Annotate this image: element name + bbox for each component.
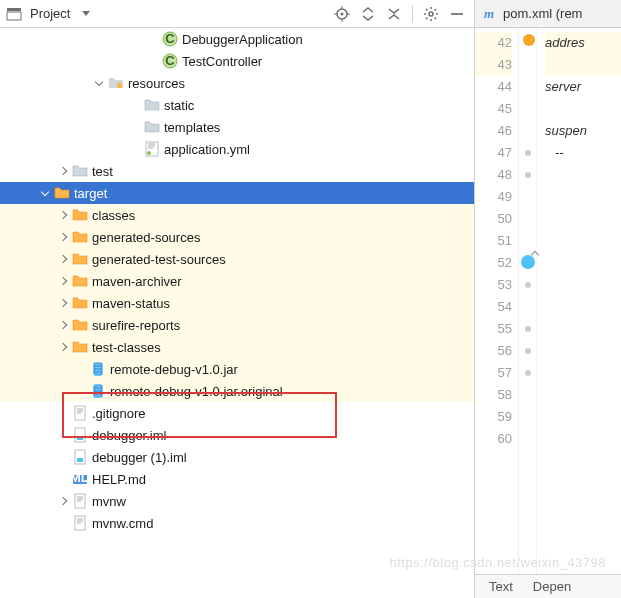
code-line[interactable] <box>545 274 621 296</box>
tree-row-debugger-iml[interactable]: debugger.iml <box>0 424 474 446</box>
code-line[interactable] <box>545 362 621 384</box>
tree-label: generated-test-sources <box>92 252 226 267</box>
tree-label: remote-debug-v1.0.jar.original <box>110 384 283 399</box>
editor-filename: pom.xml (rem <box>503 6 582 21</box>
tree-row-resources[interactable]: resources <box>0 72 474 94</box>
chevron-icon[interactable] <box>59 167 67 175</box>
tree-row-debugger--1--iml[interactable]: debugger (1).iml <box>0 446 474 468</box>
tree-label: mvnw.cmd <box>92 516 153 531</box>
editor-pane[interactable]: 42434445464748495051525354555657585960 a… <box>475 28 621 574</box>
tree-row-classes[interactable]: classes <box>0 204 474 226</box>
tree-label: debugger.iml <box>92 428 166 443</box>
svg-rect-14 <box>117 83 122 88</box>
chevron-icon[interactable] <box>59 299 67 307</box>
code-line[interactable]: -- <box>545 142 621 164</box>
tree-row-maven-archiver[interactable]: maven-archiver <box>0 270 474 292</box>
tree-row-test-classes[interactable]: test-classes <box>0 336 474 358</box>
bulb-icon[interactable] <box>523 34 535 46</box>
tree-row-generated-test-sources[interactable]: generated-test-sources <box>0 248 474 270</box>
tree-label: mvnw <box>92 494 126 509</box>
tree-row-mvnw[interactable]: mvnw <box>0 490 474 512</box>
tree-row-surefire-reports[interactable]: surefire-reports <box>0 314 474 336</box>
tree-label: .gitignore <box>92 406 145 421</box>
code-line[interactable] <box>545 164 621 186</box>
tree-row-help-md[interactable]: MDHELP.md <box>0 468 474 490</box>
chevron-icon[interactable] <box>59 255 67 263</box>
chevron-icon[interactable] <box>95 77 103 85</box>
fold-dot-icon[interactable] <box>525 370 531 376</box>
footer-text[interactable]: Text <box>489 579 513 594</box>
chevron-icon[interactable] <box>59 277 67 285</box>
line-number: 58 <box>475 384 512 406</box>
tree-row-templates[interactable]: templates <box>0 116 474 138</box>
code-line[interactable] <box>545 340 621 362</box>
tree-label: DebuggerApplication <box>182 32 303 47</box>
run-marker-icon[interactable] <box>521 255 535 269</box>
locate-icon[interactable] <box>331 3 353 25</box>
fold-dot-icon[interactable] <box>525 172 531 178</box>
code-line[interactable] <box>545 318 621 340</box>
jar-icon <box>90 383 106 399</box>
tree-label: resources <box>128 76 185 91</box>
fold-dot-icon[interactable] <box>525 348 531 354</box>
class-c-icon: C <box>162 53 178 69</box>
code-line[interactable] <box>545 428 621 450</box>
code-line[interactable] <box>545 384 621 406</box>
chevron-icon[interactable] <box>59 233 67 241</box>
chevron-icon[interactable] <box>41 187 49 195</box>
chevron-icon[interactable] <box>59 497 67 505</box>
folder-orange-icon <box>72 229 88 245</box>
folder-orange-icon <box>54 185 70 201</box>
tree-row-target[interactable]: target <box>0 182 474 204</box>
chevron-icon[interactable] <box>59 321 67 329</box>
line-number: 53 <box>475 274 512 296</box>
svg-point-3 <box>341 12 344 15</box>
expand-icon[interactable] <box>357 3 379 25</box>
tree-row-debuggerapplication[interactable]: CDebuggerApplication <box>0 28 474 50</box>
project-dropdown-icon[interactable] <box>82 11 90 16</box>
code-line[interactable] <box>545 296 621 318</box>
tree-row-generated-sources[interactable]: generated-sources <box>0 226 474 248</box>
code-line[interactable] <box>545 54 621 76</box>
tree-label: debugger (1).iml <box>92 450 187 465</box>
file-icon <box>72 493 88 509</box>
footer-depen[interactable]: Depen <box>533 579 571 594</box>
chevron-icon[interactable] <box>59 211 67 219</box>
code-line[interactable]: server <box>545 76 621 98</box>
folder-icon <box>144 119 160 135</box>
editor-footer: Text Depen <box>475 574 621 598</box>
tree-row-maven-status[interactable]: maven-status <box>0 292 474 314</box>
tree-row-static[interactable]: static <box>0 94 474 116</box>
code-line[interactable] <box>545 230 621 252</box>
tree-label: target <box>74 186 107 201</box>
tree-row-test[interactable]: test <box>0 160 474 182</box>
fold-dot-icon[interactable] <box>525 326 531 332</box>
code-line[interactable] <box>545 186 621 208</box>
code-line[interactable] <box>545 98 621 120</box>
folder-orange-icon <box>72 273 88 289</box>
tree-row-remote-debug-v1-0-jar[interactable]: remote-debug-v1.0.jar <box>0 358 474 380</box>
settings-icon[interactable] <box>420 3 442 25</box>
tree-row-remote-debug-v1-0-jar-original[interactable]: remote-debug-v1.0.jar.original <box>0 380 474 402</box>
hide-icon[interactable] <box>446 3 468 25</box>
fold-dot-icon[interactable] <box>525 282 531 288</box>
code-line[interactable] <box>545 208 621 230</box>
code-line[interactable] <box>545 406 621 428</box>
line-number: 47 <box>475 142 512 164</box>
chevron-icon[interactable] <box>59 343 67 351</box>
code-line[interactable]: addres <box>545 32 621 54</box>
editor-tab[interactable]: m pom.xml (rem <box>475 0 621 28</box>
tree-row-mvnw-cmd[interactable]: mvnw.cmd <box>0 512 474 534</box>
tree-row--gitignore[interactable]: .gitignore <box>0 402 474 424</box>
code-area[interactable]: addresserversuspen-- <box>537 28 621 574</box>
collapse-icon[interactable] <box>383 3 405 25</box>
folder-icon <box>72 163 88 179</box>
project-tree[interactable]: CDebuggerApplicationCTestControllerresou… <box>0 28 474 598</box>
tree-row-testcontroller[interactable]: CTestController <box>0 50 474 72</box>
project-title[interactable]: Project <box>26 6 74 21</box>
tree-row-application-yml[interactable]: application.yml <box>0 138 474 160</box>
code-line[interactable] <box>545 252 621 274</box>
code-line[interactable]: suspen <box>545 120 621 142</box>
svg-point-8 <box>429 12 433 16</box>
fold-dot-icon[interactable] <box>525 150 531 156</box>
